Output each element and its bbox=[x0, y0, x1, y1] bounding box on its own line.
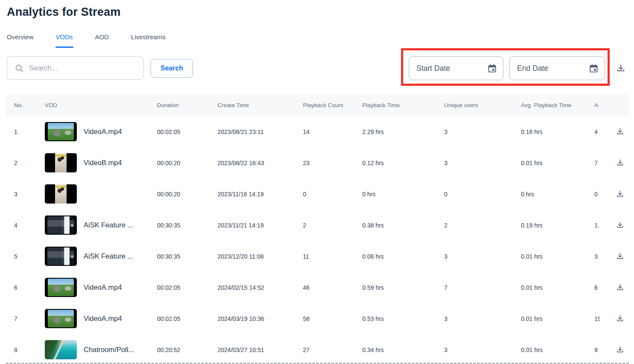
cell-unique-users: 3 bbox=[444, 347, 521, 353]
cell-avg-playback-time: 0.01 hrs bbox=[521, 347, 594, 353]
cell-vod: AiSK Feature ... bbox=[37, 247, 157, 266]
search-input[interactable] bbox=[28, 64, 139, 73]
table-row: 8 Chatroom/Poll... 00:20:52 2024/03/27 1… bbox=[6, 334, 629, 364]
row-download-button[interactable] bbox=[610, 345, 629, 354]
cell-create-time: 2023/08/21 23:11 bbox=[218, 128, 303, 135]
cell-playback-time: 0.34 hrs bbox=[362, 347, 444, 353]
cell-avg-playback-time: 0.19 hrs bbox=[521, 222, 594, 229]
cell-no: 2 bbox=[6, 160, 37, 166]
cell-vod: VideoA.mp4 bbox=[37, 122, 157, 141]
cell-avg-playback-time: 0.01 hrs bbox=[521, 160, 594, 166]
download-icon bbox=[616, 252, 625, 261]
row-download-button[interactable] bbox=[610, 189, 629, 198]
end-date-input[interactable] bbox=[510, 64, 589, 73]
row-download-button[interactable] bbox=[610, 252, 629, 261]
cell-avg-playback-time: 0.01 hrs bbox=[521, 284, 594, 291]
cell-no: 6 bbox=[6, 284, 37, 291]
cell-unique-users: 3 bbox=[444, 160, 521, 166]
cell-avg-playback-time: 0.16 hrs bbox=[521, 128, 594, 135]
tab-aod[interactable]: AOD bbox=[95, 33, 109, 42]
export-download-button[interactable] bbox=[614, 62, 627, 75]
cell-vod: VideoA.mp4 bbox=[37, 278, 157, 297]
cell-vod: AiSK Feature ... bbox=[37, 215, 157, 235]
video-thumbnail[interactable] bbox=[45, 184, 77, 204]
cell-no: 3 bbox=[6, 191, 37, 198]
page-title: Analytics for Stream bbox=[7, 6, 121, 19]
column-header-create_time: Create Time bbox=[218, 102, 303, 108]
cell-vod: VideoA.mp4 bbox=[37, 309, 157, 328]
start-date-input[interactable] bbox=[409, 64, 487, 73]
cell-playback-count: 23 bbox=[303, 160, 362, 166]
cell-playback-count: 2 bbox=[303, 222, 362, 229]
download-icon bbox=[616, 158, 625, 167]
row-download-button[interactable] bbox=[610, 283, 629, 292]
table-row: 5 AiSK Feature ... 00:30:35 2023/12/20 1… bbox=[6, 241, 629, 272]
calendar-icon[interactable] bbox=[487, 64, 497, 73]
table-header: No.VODDurationCreate TimePlayback CountP… bbox=[6, 94, 629, 116]
video-thumbnail[interactable] bbox=[45, 153, 77, 172]
cell-playback-count: 27 bbox=[303, 347, 362, 353]
video-name: AiSK Feature ... bbox=[84, 221, 133, 229]
video-thumbnail[interactable] bbox=[45, 278, 77, 297]
tab-bar: Overview VODs AOD Livestreams bbox=[7, 33, 166, 42]
row-download-button[interactable] bbox=[610, 221, 629, 230]
cell-playback-time: 0 hrs bbox=[362, 191, 444, 198]
cell-a: 4 bbox=[594, 128, 610, 135]
download-icon bbox=[616, 283, 625, 292]
row-download-button[interactable] bbox=[610, 158, 629, 167]
video-thumbnail[interactable] bbox=[45, 340, 77, 359]
video-thumbnail[interactable] bbox=[45, 247, 77, 266]
row-download-button[interactable] bbox=[610, 314, 629, 323]
column-header-playback_time: Playback Time bbox=[362, 102, 444, 108]
cell-playback-count: 58 bbox=[303, 315, 362, 322]
download-icon bbox=[616, 127, 625, 136]
cell-playback-time: 0.38 hrs bbox=[362, 222, 444, 229]
cell-create-time: 2024/02/15 14:52 bbox=[218, 284, 303, 291]
table-row: 3 00:00:20 2023/11/16 14:19 0 0 hrs 0 0 … bbox=[6, 178, 629, 210]
table-row: 7 VideoA.mp4 00:02:05 2024/03/19 10:36 5… bbox=[6, 303, 629, 334]
cell-duration: 00:02:05 bbox=[157, 128, 218, 135]
cell-duration: 00:20:52 bbox=[157, 347, 218, 353]
video-name: Chatroom/Poll... bbox=[84, 346, 134, 354]
column-header-avg_playback_time: Avg. Playback Time bbox=[521, 102, 594, 108]
column-header-playback_count: Playback Count bbox=[303, 102, 362, 108]
search-icon bbox=[15, 64, 24, 73]
download-icon bbox=[616, 189, 625, 198]
cell-create-time: 2023/11/21 14:19 bbox=[218, 222, 303, 229]
cell-playback-count: 14 bbox=[303, 128, 362, 135]
cell-vod: VideoB.mp4 bbox=[37, 153, 157, 172]
calendar-icon[interactable] bbox=[589, 64, 599, 73]
cell-playback-count: 0 bbox=[303, 191, 362, 198]
end-date-field bbox=[509, 56, 605, 80]
cell-a: 7 bbox=[594, 159, 610, 166]
column-header-duration: Duration bbox=[157, 102, 218, 108]
cell-a: 9 bbox=[594, 346, 610, 353]
table-row: 6 VideoA.mp4 00:02:05 2024/02/15 14:52 4… bbox=[6, 272, 629, 303]
cell-no: 1 bbox=[6, 128, 37, 135]
row-download-button[interactable] bbox=[610, 127, 629, 136]
video-name: VideoA.mp4 bbox=[84, 128, 122, 136]
cell-a: 6 bbox=[594, 284, 610, 291]
cell-a: 3 bbox=[594, 253, 610, 260]
start-date-field bbox=[409, 56, 503, 80]
cell-playback-time: 0.59 hrs bbox=[362, 284, 444, 291]
cell-playback-time: 0.08 hrs bbox=[362, 253, 444, 260]
search-button[interactable]: Search bbox=[151, 59, 193, 78]
cell-no: 8 bbox=[6, 347, 37, 353]
video-thumbnail[interactable] bbox=[45, 309, 77, 328]
cell-unique-users: 3 bbox=[444, 253, 521, 260]
cell-unique-users: 3 bbox=[444, 128, 521, 135]
tab-vods[interactable]: VODs bbox=[56, 33, 73, 42]
download-icon bbox=[616, 314, 625, 323]
cell-no: 7 bbox=[6, 315, 37, 322]
cell-create-time: 2023/12/20 11:08 bbox=[218, 253, 303, 260]
video-thumbnail[interactable] bbox=[45, 122, 77, 141]
cell-a: 19 bbox=[594, 315, 610, 322]
cell-avg-playback-time: 0.01 hrs bbox=[521, 315, 594, 322]
video-thumbnail[interactable] bbox=[45, 215, 77, 235]
tab-overview[interactable]: Overview bbox=[7, 33, 34, 42]
table-row: 1 VideoA.mp4 00:02:05 2023/08/21 23:11 1… bbox=[6, 116, 629, 147]
column-header-unique_users: Unique users bbox=[444, 102, 521, 108]
cell-create-time: 2023/08/22 16:43 bbox=[218, 160, 303, 166]
tab-livestreams[interactable]: Livestreams bbox=[131, 33, 166, 42]
